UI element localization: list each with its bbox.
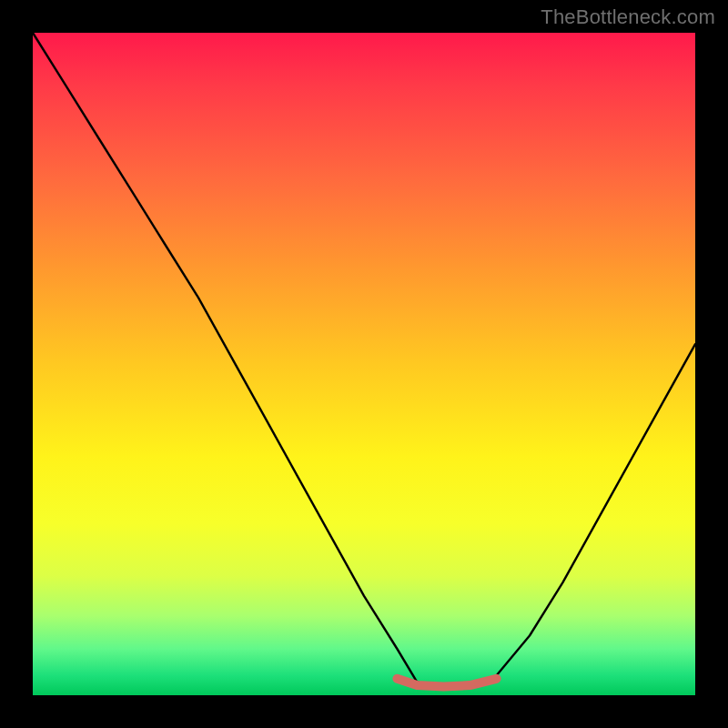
optimal-band-line xyxy=(397,679,496,687)
chart-plot-area xyxy=(33,33,695,695)
bottleneck-curve-line xyxy=(33,33,695,689)
watermark-text: TheBottleneck.com xyxy=(541,5,715,29)
chart-frame: TheBottleneck.com xyxy=(0,0,728,728)
chart-svg xyxy=(33,33,695,695)
